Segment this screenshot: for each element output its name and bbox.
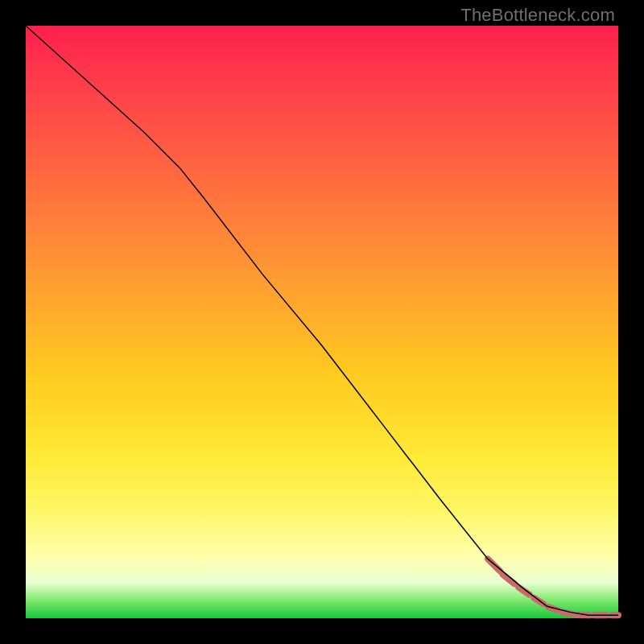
watermark-label: TheBottleneck.com bbox=[460, 5, 615, 26]
data-curve bbox=[26, 26, 618, 615]
dash-overlay bbox=[488, 559, 618, 615]
chart-root: TheBottleneck.com bbox=[0, 0, 644, 644]
chart-overlay bbox=[26, 26, 618, 618]
